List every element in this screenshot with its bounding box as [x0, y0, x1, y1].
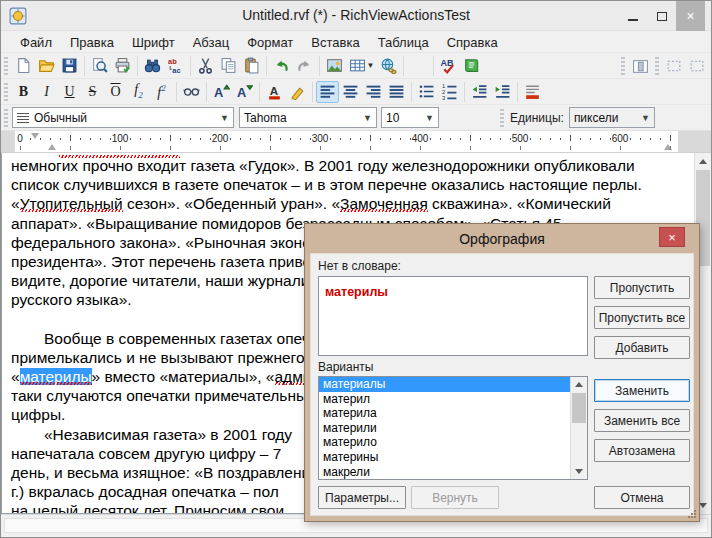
cancel-button[interactable]: Отмена	[594, 486, 690, 509]
outdent-button[interactable]	[468, 81, 491, 103]
scroll-up-icon[interactable]	[575, 382, 583, 387]
autocorrect-button[interactable]: Автозамена	[594, 439, 690, 462]
scroll-up-icon[interactable]	[699, 159, 707, 164]
pilcrow-button[interactable]	[407, 55, 430, 77]
align-justify-button[interactable]	[385, 81, 408, 103]
units-combo[interactable]: пиксели ▼	[569, 107, 655, 128]
menu-item[interactable]: Абзац	[184, 34, 238, 51]
suggestion-item[interactable]: материли	[319, 421, 570, 436]
find-button[interactable]	[141, 55, 164, 77]
underline-button[interactable]: U	[58, 81, 81, 103]
frame-box-1-button[interactable]	[663, 55, 686, 77]
highlight-button[interactable]	[286, 81, 309, 103]
toolbar-gripper[interactable]	[4, 109, 8, 127]
document-line[interactable]: «Утопительный сезон». «Обеденный уран». …	[11, 194, 695, 213]
menu-item[interactable]: Шрифт	[123, 34, 184, 51]
toolbar-gripper[interactable]	[4, 57, 8, 75]
panels-button[interactable]	[629, 55, 652, 77]
replace-button[interactable]: Заменить	[594, 379, 690, 402]
scrollbar-thumb[interactable]	[572, 393, 586, 423]
toolbar-gripper[interactable]	[500, 109, 504, 127]
glasses-button[interactable]	[180, 81, 203, 103]
suggestion-item[interactable]: материны	[319, 450, 570, 465]
paste-button[interactable]	[240, 55, 263, 77]
replace-button[interactable]: abac	[164, 55, 187, 77]
indent-button[interactable]	[491, 81, 514, 103]
superscript-icon: f2	[157, 84, 165, 100]
suggestions-scrollbar[interactable]	[570, 377, 587, 479]
subscript-button[interactable]: f2	[127, 81, 150, 103]
spellcheck-button[interactable]: AB	[437, 55, 460, 77]
paragraph-color-button[interactable]	[521, 81, 544, 103]
suggestion-item[interactable]: материла	[319, 406, 570, 421]
redo-button[interactable]	[293, 55, 316, 77]
print-preview-button[interactable]	[88, 55, 111, 77]
suggestions-listbox[interactable]: материалыматерилматериламатерилиматерило…	[318, 376, 588, 480]
italic-button[interactable]: I	[35, 81, 58, 103]
font-name-combo[interactable]: Tahoma ▼	[239, 107, 377, 128]
strikethrough-button[interactable]: S	[81, 81, 104, 103]
font-size-combo[interactable]: 10 ▼	[381, 107, 439, 128]
hyperlink-button[interactable]	[377, 55, 400, 77]
misspelled-word-box[interactable]: материлы	[318, 276, 588, 356]
find-icon	[144, 57, 161, 74]
print-button[interactable]	[111, 55, 134, 77]
document-line[interactable]: немногих прочно входит газета «Гудок». В…	[11, 156, 695, 175]
paragraph-style-combo[interactable]: Обычный ▼	[12, 107, 234, 128]
close-button[interactable]: ×	[676, 1, 705, 31]
maximize-button[interactable]	[647, 1, 676, 31]
document-line[interactable]: список случившихся в газете опечаток – и…	[11, 175, 695, 194]
superscript-button[interactable]: f2	[150, 81, 173, 103]
align-center-button[interactable]	[339, 81, 362, 103]
font-shrink-button[interactable]: A	[233, 81, 256, 103]
help-book-button[interactable]	[460, 55, 483, 77]
overline-button[interactable]: O	[104, 81, 127, 103]
menu-item[interactable]: Вставка	[302, 34, 368, 51]
suggestion-item[interactable]: материло	[319, 435, 570, 450]
left-indent-marker[interactable]	[48, 144, 56, 150]
table-dropdown-caret[interactable]: ▼	[367, 61, 375, 70]
menu-item[interactable]: Правка	[61, 34, 123, 51]
dialog-title-bar[interactable]: Орфография ×	[305, 224, 699, 253]
skip-button[interactable]: Пропустить	[594, 276, 690, 299]
options-button[interactable]: Параметры...	[318, 486, 406, 509]
replace-all-button[interactable]: Заменить все	[594, 409, 690, 432]
menu-item[interactable]: Справка	[438, 34, 507, 51]
undo-button[interactable]	[270, 55, 293, 77]
suggestion-item[interactable]: материл	[319, 392, 570, 407]
add-button[interactable]: Добавить	[594, 336, 690, 359]
frame-box-2-button[interactable]	[686, 55, 709, 77]
align-right-button[interactable]	[362, 81, 385, 103]
ruler[interactable]: 0100200300400500600	[1, 130, 711, 153]
insert-image-button[interactable]	[323, 55, 346, 77]
font-color-button[interactable]: A	[263, 81, 286, 103]
save-button[interactable]	[58, 55, 81, 77]
insert-table-button[interactable]: ▼	[346, 55, 377, 77]
svg-text:A: A	[270, 84, 279, 97]
bullets-button[interactable]	[415, 81, 438, 103]
menu-item[interactable]: Таблица	[369, 34, 438, 51]
bold-button[interactable]: B	[12, 81, 35, 103]
suggestion-item[interactable]: макрели	[319, 465, 570, 480]
undo-button[interactable]: Вернуть	[411, 486, 499, 509]
copy-button[interactable]	[217, 55, 240, 77]
dialog-resize-grip[interactable]	[687, 509, 697, 519]
menu-item[interactable]: Файл	[11, 34, 61, 51]
cut-button[interactable]	[194, 55, 217, 77]
suggestion-item[interactable]: материалы	[319, 377, 570, 392]
font-grow-button[interactable]: A	[210, 81, 233, 103]
open-folder-button[interactable]	[35, 55, 58, 77]
skip-all-button[interactable]: Пропустить все	[594, 306, 690, 329]
align-left-button[interactable]	[316, 81, 339, 103]
menu-item[interactable]: Формат	[238, 34, 302, 51]
dialog-close-button[interactable]: ×	[659, 227, 685, 247]
new-document-button[interactable]	[12, 55, 35, 77]
scroll-down-icon[interactable]	[699, 503, 707, 508]
toolbar-gripper[interactable]	[655, 57, 659, 75]
scroll-down-icon[interactable]	[575, 469, 583, 474]
minimize-button[interactable]	[618, 1, 647, 31]
toolbar-gripper[interactable]	[621, 57, 625, 75]
numbering-button[interactable]: 123	[438, 81, 461, 103]
first-line-indent-marker[interactable]	[31, 133, 39, 139]
toolbar-gripper[interactable]	[4, 83, 8, 101]
